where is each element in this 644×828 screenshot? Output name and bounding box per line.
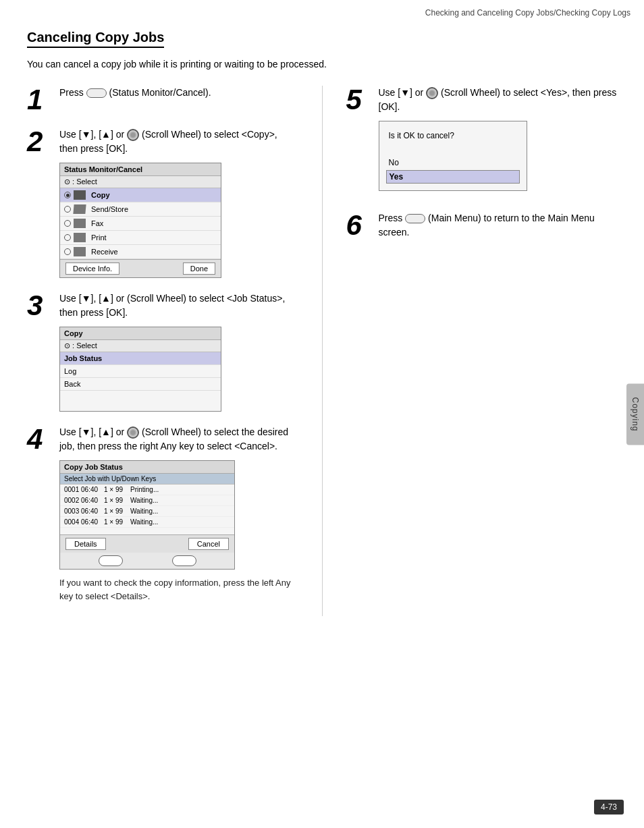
radio-print [64,234,71,241]
step-4-note: If you want to check the copy informatio… [59,576,298,603]
device-info-button[interactable]: Device Info. [65,263,119,275]
details-button[interactable]: Details [65,538,106,550]
screen-2-row-copy: Copy [60,188,221,202]
done-button[interactable]: Done [183,263,215,275]
intro-text: You can cancel a copy job while it is pr… [27,59,617,70]
step-2-content: Use [▼], [▲] or (Scroll Wheel) to select… [59,128,298,278]
step-3-text: Use [▼], [▲] or (Scroll Wheel) to select… [59,292,298,320]
radio-copy [64,192,71,198]
fax-icon [74,219,86,228]
screen-2-row-receive: Receive [60,245,221,259]
step-6: 6 Press (Main Menu) to return to the Mai… [346,211,618,246]
job-row-1: 0001 06:40 1 × 99 Printing... [60,485,234,495]
page-title: Canceling Copy Jobs [27,30,617,59]
step-2-screen: Status Monitor/Cancel ⊙ : Select Copy Se… [59,163,221,278]
screen-2-footer: Device Info. Done [60,259,221,277]
screen-2-row-send: Send/Store [60,202,221,217]
step-1-content: Press (Status Monitor/Cancel). [59,86,298,107]
step-5-screen: Is it OK to cancel? No Yes [379,121,527,191]
job-spacer [60,528,234,534]
cancel-no: No [386,157,520,169]
side-tab: Copying [626,383,644,445]
scroll-wheel-icon-5 [426,87,438,99]
step-1-text: Press (Status Monitor/Cancel). [59,86,298,100]
step-2-text: Use [▼], [▲] or (Scroll Wheel) to select… [59,128,298,156]
step-2: 2 Use [▼], [▲] or (Scroll Wheel) to sele… [27,128,298,278]
step-4-number: 4 [27,425,51,453]
left-column: 1 Press (Status Monitor/Cancel). 2 Use [… [27,86,298,616]
copy-icon [74,190,86,200]
job-row-2: 0002 06:40 1 × 99 Waiting... [60,495,234,506]
cancel-button[interactable]: Cancel [188,538,229,550]
right-any-key-icon [172,555,196,566]
page-number: 4-73 [594,800,624,815]
step-4-screen: Copy Job Status Select Job with Up/Down … [59,460,235,570]
step-3-content: Use [▼], [▲] or (Scroll Wheel) to select… [59,292,298,412]
right-column: 5 Use [▼] or (Scroll Wheel) to select <Y… [346,86,618,616]
step-2-number: 2 [27,128,51,156]
screen-3-subheader: ⊙ : Select [60,340,221,352]
step-6-number: 6 [346,211,371,240]
scroll-wheel-icon-2 [127,129,139,141]
screen-3-row-log: Log [60,365,221,378]
breadcrumb: Checking and Canceling Copy Jobs/Checkin… [425,8,630,18]
step-6-text: Press (Main Menu) to return to the Main … [379,211,618,240]
receive-icon [74,247,86,256]
job-screen-subheader: Select Job with Up/Down Keys [60,474,234,485]
screen-2-subheader: ⊙ : Select [60,176,221,188]
main-menu-button-icon [405,214,425,223]
screen-3-header: Copy [60,327,221,340]
screen-2-header: Status Monitor/Cancel [60,163,221,176]
step-5-text: Use [▼] or (Scroll Wheel) to select <Yes… [379,86,618,114]
screen-3-spacer [60,391,221,411]
column-divider [322,86,323,616]
print-icon [74,233,86,242]
main-content: Canceling Copy Jobs You can cancel a cop… [0,23,644,630]
screen-2-row-print: Print [60,231,221,245]
job-row-3: 0003 06:40 1 × 99 Waiting... [60,506,234,517]
left-any-key-icon [99,555,123,566]
step-5-content: Use [▼] or (Scroll Wheel) to select <Yes… [379,86,618,191]
job-screen-header: Copy Job Status [60,461,234,474]
step-1-number: 1 [27,86,51,114]
radio-send [64,206,71,213]
step-4: 4 Use [▼], [▲] or (Scroll Wheel) to sele… [27,425,298,603]
step-3-number: 3 [27,292,51,320]
step-4-text: Use [▼], [▲] or (Scroll Wheel) to select… [59,425,298,453]
step-5: 5 Use [▼] or (Scroll Wheel) to select <Y… [346,86,618,191]
step-3-screen: Copy ⊙ : Select Job Status Log Back [59,327,221,412]
screen-2-row-fax: Fax [60,217,221,231]
radio-receive [64,248,71,255]
page-header: Checking and Canceling Copy Jobs/Checkin… [0,0,644,23]
step-4-content: Use [▼], [▲] or (Scroll Wheel) to select… [59,425,298,603]
step-6-content: Press (Main Menu) to return to the Main … [379,211,618,246]
status-monitor-button-icon [86,88,107,98]
button-icons [60,553,234,569]
screen-3-row-jobstatus: Job Status [60,352,221,365]
send-icon [73,204,86,214]
screen-3-row-back: Back [60,378,221,391]
two-column-layout: 1 Press (Status Monitor/Cancel). 2 Use [… [27,86,617,616]
radio-fax [64,220,71,227]
job-footer: Details Cancel [60,534,234,553]
step-5-number: 5 [346,86,371,114]
cancel-question: Is it OK to cancel? [386,128,520,143]
step-1: 1 Press (Status Monitor/Cancel). [27,86,298,114]
step-3: 3 Use [▼], [▲] or (Scroll Wheel) to sele… [27,292,298,412]
job-row-4: 0004 06:40 1 × 99 Waiting... [60,517,234,528]
cancel-yes: Yes [386,170,520,184]
scroll-wheel-icon-4 [127,426,139,439]
